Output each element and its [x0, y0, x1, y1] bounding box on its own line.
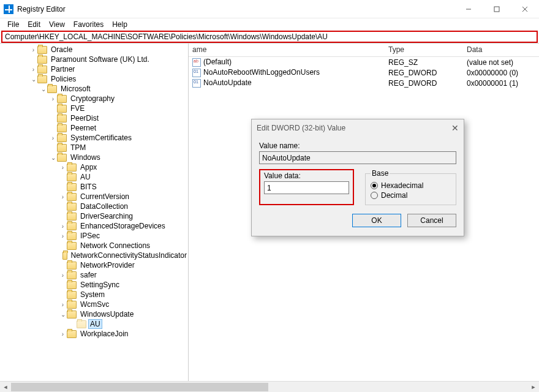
folder-icon	[67, 213, 77, 221]
tree-item[interactable]: ›CurrentVersion	[0, 192, 188, 202]
chevron-right-icon[interactable]: ›	[29, 47, 37, 53]
chevron-down-icon[interactable]: ⌄	[49, 154, 57, 161]
tree-item[interactable]: System	[0, 290, 188, 300]
tree-item-label: Paramount Software (UK) Ltd.	[50, 55, 151, 64]
value-row[interactable]: NoAutoRebootWithLoggedOnUsersREG_DWORD0x…	[189, 67, 539, 78]
radio-hexadecimal[interactable]: Hexadecimal	[371, 181, 451, 190]
tree-item[interactable]: AU	[0, 172, 188, 182]
maximize-button[interactable]	[483, 0, 511, 18]
column-type[interactable]: Type	[385, 43, 463, 56]
chevron-right-icon[interactable]: ›	[49, 135, 57, 141]
radio-icon	[371, 182, 378, 189]
scroll-right-icon[interactable]: ►	[528, 382, 539, 393]
tree-item[interactable]: ›WcmSvc	[0, 300, 188, 309]
value-row[interactable]: NoAutoUpdateREG_DWORD0x00000001 (1)	[189, 78, 539, 88]
tree-item[interactable]: ›Appx	[0, 162, 188, 172]
scroll-left-icon[interactable]: ◄	[0, 382, 11, 393]
tree-item-label: CurrentVersion	[79, 192, 130, 201]
tree-item[interactable]: NetworkConnectivityStatusIndicator	[0, 251, 188, 260]
bottom-scrollbars: ◄ ► ◄ ►	[0, 381, 539, 392]
dialog-title: Edit DWORD (32-bit) Value	[257, 124, 451, 132]
tree-item-label: Network Connections	[79, 241, 151, 250]
base-legend: Base	[371, 169, 390, 178]
tree-item[interactable]: ⌄Policies	[0, 74, 188, 84]
menu-favorites[interactable]: Favorites	[70, 20, 107, 29]
tree-item[interactable]: SettingSync	[0, 280, 188, 290]
tree-item[interactable]: ⌄WindowsUpdate	[0, 309, 188, 319]
chevron-right-icon[interactable]: ›	[29, 66, 37, 73]
tree-item[interactable]: ›Oracle	[0, 45, 188, 55]
list-hscroll[interactable]: ◄ ►	[0, 381, 539, 392]
tree-item-label: Windows	[69, 153, 102, 162]
svg-rect-1	[494, 7, 499, 12]
chevron-down-icon[interactable]: ⌄	[59, 311, 67, 318]
tree-item[interactable]: ›WorkplaceJoin	[0, 329, 188, 339]
chevron-right-icon[interactable]: ›	[59, 331, 67, 337]
value-name: (Default)	[203, 58, 232, 66]
chevron-right-icon[interactable]: ›	[59, 233, 67, 239]
tree-item[interactable]: ›Partner	[0, 64, 188, 74]
registry-tree[interactable]: ›OracleParamount Software (UK) Ltd.›Part…	[0, 43, 188, 370]
tree-item[interactable]: PeerDist	[0, 113, 188, 123]
tree-item[interactable]: ⌄Windows	[0, 153, 188, 162]
tree-item-label: DriverSearching	[79, 212, 134, 221]
chevron-right-icon[interactable]: ›	[59, 194, 67, 200]
tree-item-label: Appx	[79, 163, 98, 172]
tree-item-label: safer	[79, 271, 98, 279]
dialog-close-icon[interactable]: ✕	[451, 123, 459, 133]
cancel-button[interactable]: Cancel	[407, 214, 456, 227]
radio-icon	[371, 192, 378, 199]
close-button[interactable]	[511, 0, 539, 18]
tree-item[interactable]: ›Cryptography	[0, 94, 188, 104]
chevron-right-icon[interactable]: ›	[59, 223, 67, 230]
tree-item[interactable]: ›SystemCertificates	[0, 133, 188, 143]
column-data[interactable]: Data	[463, 43, 539, 56]
tree-item-label: NetworkConnectivityStatusIndicator	[70, 251, 188, 260]
edit-dword-dialog: Edit DWORD (32-bit) Value ✕ Value name: …	[251, 119, 464, 236]
tree-item[interactable]: AU	[0, 319, 188, 329]
folder-icon	[67, 262, 77, 270]
value-data-input[interactable]	[264, 181, 349, 194]
menu-help[interactable]: Help	[108, 20, 131, 29]
tree-item[interactable]: NetworkProvider	[0, 260, 188, 270]
value-row[interactable]: (Default)REG_SZ(value not set)	[189, 57, 539, 67]
tree-pane: ›OracleParamount Software (UK) Ltd.›Part…	[0, 43, 189, 381]
menu-edit[interactable]: Edit	[24, 20, 44, 29]
tree-item[interactable]: Peernet	[0, 123, 188, 133]
folder-icon	[67, 271, 77, 279]
app-icon	[4, 4, 13, 14]
minimize-button[interactable]	[454, 0, 483, 18]
folder-icon	[57, 105, 67, 113]
tree-item[interactable]: Network Connections	[0, 241, 188, 251]
ok-button[interactable]: OK	[352, 214, 401, 227]
scroll-thumb[interactable]	[11, 383, 268, 391]
chevron-right-icon[interactable]: ›	[59, 301, 67, 308]
tree-item-label: AU	[79, 173, 92, 181]
radio-decimal[interactable]: Decimal	[371, 191, 451, 200]
chevron-right-icon[interactable]: ›	[59, 272, 67, 279]
tree-item[interactable]: FVE	[0, 104, 188, 113]
chevron-right-icon[interactable]: ›	[49, 96, 57, 102]
value-name-input[interactable]	[259, 151, 456, 164]
folder-icon	[67, 311, 77, 318]
dialog-titlebar[interactable]: Edit DWORD (32-bit) Value ✕	[252, 119, 464, 137]
chevron-right-icon[interactable]: ›	[59, 164, 67, 171]
tree-item[interactable]: ›safer	[0, 270, 188, 280]
tree-item[interactable]: DataCollection	[0, 202, 188, 211]
menu-view[interactable]: View	[45, 20, 69, 29]
tree-item[interactable]: ›EnhancedStorageDevices	[0, 221, 188, 231]
value-name-label: Value name:	[259, 141, 456, 150]
tree-item[interactable]: ⌄Microsoft	[0, 84, 188, 94]
tree-item[interactable]: ›IPSec	[0, 231, 188, 241]
menu-file[interactable]: File	[4, 20, 23, 29]
tree-item-label: PeerDist	[69, 114, 100, 123]
tree-item[interactable]: TPM	[0, 143, 188, 153]
tree-item[interactable]: DriverSearching	[0, 211, 188, 221]
chevron-down-icon[interactable]: ⌄	[39, 86, 47, 92]
chevron-down-icon[interactable]: ⌄	[29, 76, 37, 83]
tree-item[interactable]: BITS	[0, 182, 188, 192]
column-name[interactable]: ame	[189, 43, 385, 56]
address-bar[interactable]: Computer\HKEY_LOCAL_MACHINE\SOFTWARE\Pol…	[1, 31, 538, 43]
tree-item[interactable]: Paramount Software (UK) Ltd.	[0, 55, 188, 64]
values-list[interactable]: (Default)REG_SZ(value not set)NoAutoRebo…	[189, 57, 539, 88]
